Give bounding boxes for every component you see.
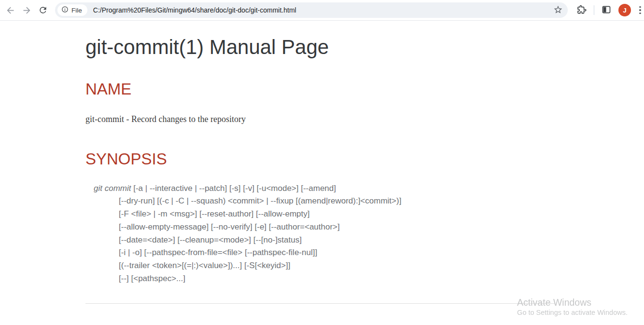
address-bar[interactable]: File C:/Program%20Files/Git/mingw64/shar… bbox=[55, 2, 568, 18]
back-arrow-icon bbox=[5, 5, 15, 15]
synopsis-line: [--allow-empty-message] [--no-verify] [-… bbox=[85, 221, 555, 234]
synopsis-line: [--] [<pathspec>...] bbox=[85, 272, 555, 285]
toolbar-divider bbox=[594, 5, 594, 15]
section-divider bbox=[85, 303, 555, 304]
synopsis-line: git commit [-a | --interactive | --patch… bbox=[85, 182, 555, 195]
synopsis-line: [(--trailer <token>[(=|:)<value>])...] [… bbox=[85, 259, 555, 272]
reload-button[interactable] bbox=[35, 2, 51, 18]
document-body: git-commit(1) Manual Page NAME git-commi… bbox=[85, 35, 555, 304]
scheme-chip-label: File bbox=[71, 7, 82, 14]
reload-icon bbox=[38, 5, 48, 15]
star-icon bbox=[553, 5, 563, 16]
synopsis-command-italic: git commit bbox=[94, 184, 131, 193]
name-description: git-commit - Record changes to the repos… bbox=[85, 113, 555, 125]
site-info-chip[interactable]: File bbox=[57, 4, 87, 16]
url-text[interactable]: C:/Program%20Files/Git/mingw64/share/doc… bbox=[93, 6, 551, 14]
bookmark-star-button[interactable] bbox=[551, 3, 565, 17]
synopsis-line: [--date=<date>] [--cleanup=<mode>] [--[n… bbox=[85, 234, 555, 247]
synopsis-block: git commit [-a | --interactive | --patch… bbox=[85, 182, 555, 285]
extensions-button[interactable] bbox=[574, 3, 589, 17]
synopsis-line: [--dry-run] [(-c | -C | --squash) <commi… bbox=[85, 195, 555, 208]
synopsis-line: [-F <file> | -m <msg>] [--reset-author] … bbox=[85, 208, 555, 221]
synopsis-line: [-i | -o] [--pathspec-from-file=<file> [… bbox=[85, 246, 555, 259]
puzzle-icon bbox=[577, 5, 587, 16]
forward-button[interactable] bbox=[18, 2, 35, 18]
back-button[interactable] bbox=[2, 2, 18, 18]
synopsis-line-rest: [-a | --interactive | --patch] [-s] [-v]… bbox=[131, 184, 336, 193]
watermark-line2: Go to Settings to activate Windows. bbox=[517, 308, 628, 317]
toolbar-right-group: J bbox=[574, 3, 644, 17]
side-panel-icon bbox=[602, 5, 611, 16]
section-heading-name: NAME bbox=[85, 80, 555, 99]
browser-menu-button[interactable] bbox=[636, 3, 644, 17]
profile-avatar[interactable]: J bbox=[618, 4, 631, 16]
side-panel-button[interactable] bbox=[599, 3, 614, 17]
info-icon bbox=[61, 6, 69, 15]
page-title: git-commit(1) Manual Page bbox=[85, 35, 555, 59]
browser-toolbar: File C:/Program%20Files/Git/mingw64/shar… bbox=[0, 0, 644, 21]
section-heading-synopsis: SYNOPSIS bbox=[85, 149, 555, 169]
forward-arrow-icon bbox=[22, 5, 32, 15]
